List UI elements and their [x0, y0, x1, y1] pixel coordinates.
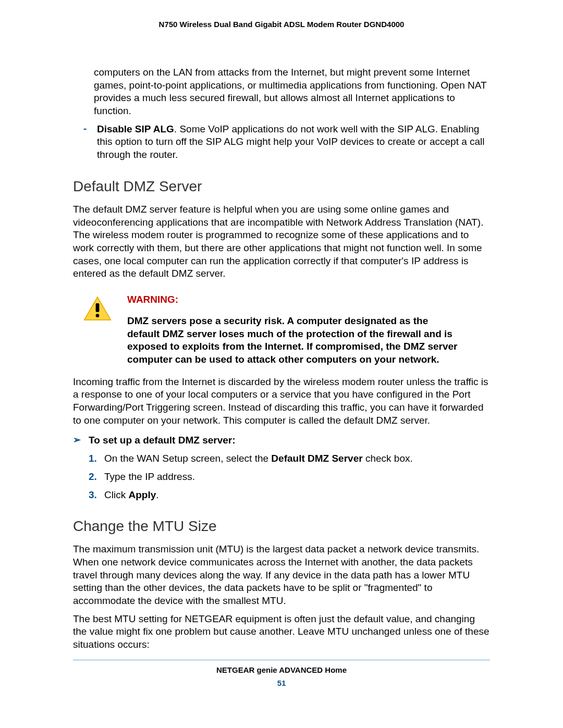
dash-item-lead: Disable SIP ALG — [97, 124, 174, 134]
step-1-bold: Default DMZ Server — [271, 453, 362, 464]
step-3-pre: Click — [104, 489, 128, 500]
dmz-paragraph-1: The default DMZ server feature is helpfu… — [73, 203, 490, 280]
step-3: Click Apply. — [89, 489, 490, 502]
procedure-steps: On the WAN Setup screen, select the Defa… — [89, 452, 490, 501]
step-1-post: check box. — [363, 453, 413, 464]
chevron-right-icon: ➢ — [73, 434, 89, 446]
dmz-paragraph-2: Incoming traffic from the Internet is di… — [73, 376, 490, 427]
footer-divider — [73, 660, 490, 660]
dash-item-content: Disable SIP ALG. Some VoIP applications … — [97, 123, 490, 162]
top-paragraph: computers on the LAN from attacks from t… — [94, 66, 490, 118]
footer-page-number: 51 — [73, 678, 490, 687]
step-1: On the WAN Setup screen, select the Defa… — [89, 452, 490, 465]
warning-label: WARNING: — [127, 294, 459, 305]
step-1-pre: On the WAN Setup screen, select the — [104, 453, 271, 464]
mtu-paragraph-1: The maximum transmission unit (MTU) is t… — [73, 543, 490, 607]
step-3-post: . — [156, 489, 158, 500]
heading-change-mtu-size: Change the MTU Size — [73, 518, 490, 535]
warning-triangle-icon — [83, 296, 115, 321]
svg-point-2 — [96, 314, 100, 317]
warning-text: DMZ servers pose a security risk. A comp… — [127, 315, 459, 366]
heading-default-dmz-server: Default DMZ Server — [73, 178, 490, 195]
dash-bullet-icon: - — [83, 123, 97, 162]
procedure-label: To set up a default DMZ server: — [89, 434, 236, 447]
warning-block: WARNING: DMZ servers pose a security ris… — [83, 294, 490, 366]
dash-list-item: - Disable SIP ALG. Some VoIP application… — [83, 123, 490, 162]
step-3-bold: Apply — [128, 489, 156, 500]
footer-section-title: NETGEAR genie ADVANCED Home — [73, 665, 490, 674]
procedure-heading: ➢ To set up a default DMZ server: — [73, 434, 490, 447]
page-header-title: N750 Wireless Dual Band Gigabit ADSL Mod… — [73, 20, 490, 29]
step-2: Type the IP address. — [89, 471, 490, 484]
mtu-paragraph-2: The best MTU setting for NETGEAR equipme… — [73, 613, 490, 651]
svg-rect-1 — [96, 303, 100, 312]
